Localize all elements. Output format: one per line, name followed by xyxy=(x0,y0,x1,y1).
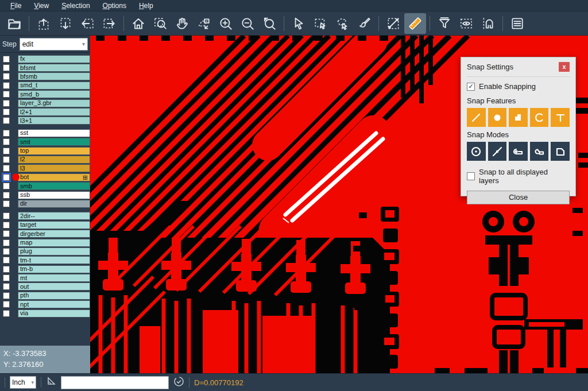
pan-right-icon[interactable] xyxy=(98,13,120,34)
layer-name-field[interactable]: npt xyxy=(18,300,90,308)
layer-visibility-checkbox[interactable] xyxy=(3,82,10,89)
layer-row-tm-t[interactable]: tm-t xyxy=(0,256,90,265)
layer-visibility-checkbox[interactable] xyxy=(3,301,10,308)
layer-visibility-checkbox[interactable] xyxy=(3,73,10,80)
layer-row-bfsmt[interactable]: bfsmt xyxy=(0,63,90,72)
layer-name-field[interactable]: sst xyxy=(18,129,90,137)
layer-visibility-checkbox[interactable] xyxy=(3,130,10,137)
layer-name-field[interactable]: top xyxy=(18,147,90,155)
layer-visibility-checkbox[interactable] xyxy=(3,56,10,63)
layer-name-field[interactable]: ssb xyxy=(18,191,90,199)
layer-visibility-checkbox[interactable] xyxy=(3,138,10,145)
layer-name-field[interactable]: mt xyxy=(18,274,90,282)
layer-name-field[interactable]: fx xyxy=(18,55,90,63)
layer-row-pth[interactable]: pth xyxy=(0,291,90,300)
measure-value-input[interactable] xyxy=(61,376,169,389)
layer-name-field[interactable]: plug xyxy=(18,247,90,255)
snap-pad-shape-icon[interactable] xyxy=(509,108,528,127)
layer-name-field[interactable]: smt xyxy=(18,138,90,146)
layer-visibility-checkbox[interactable] xyxy=(3,239,10,246)
layer-visibility-checkbox[interactable] xyxy=(3,222,10,229)
pan-down-icon[interactable] xyxy=(55,13,76,34)
snap-arc-icon[interactable] xyxy=(530,108,549,127)
layer-visibility-checkbox[interactable] xyxy=(3,310,10,317)
select-brush-icon[interactable] xyxy=(353,13,375,34)
layer-name-field[interactable]: out xyxy=(18,282,90,291)
layer-grid-icon[interactable]: ⊞ xyxy=(83,175,88,180)
snap-pad-round-icon[interactable] xyxy=(488,108,507,127)
layer-visibility-checkbox[interactable] xyxy=(3,100,10,107)
layer-name-field[interactable]: tm-b xyxy=(18,265,90,273)
layer-visibility-checkbox[interactable] xyxy=(3,165,10,172)
dialog-close-icon[interactable]: x xyxy=(559,62,570,72)
layer-visibility-checkbox[interactable] xyxy=(3,109,10,115)
layer-name-field[interactable]: bfsmt xyxy=(18,64,90,72)
layer-name-field[interactable]: tm-t xyxy=(18,256,90,264)
zoom-dynamic-icon[interactable] xyxy=(193,13,215,34)
snap-on-line-icon[interactable] xyxy=(488,142,507,161)
layer-row-target[interactable]: target xyxy=(0,220,90,229)
layer-row-l2+1[interactable]: l2+1 xyxy=(0,107,90,116)
report-panel-icon[interactable] xyxy=(506,13,528,34)
layer-row-via[interactable]: via xyxy=(0,309,90,318)
layer-visibility-checkbox[interactable] xyxy=(3,183,10,189)
layer-visibility-checkbox[interactable] xyxy=(3,91,10,98)
layer-visibility-checkbox[interactable] xyxy=(3,192,10,199)
layer-name-field[interactable]: target xyxy=(18,221,90,229)
menu-help[interactable]: Help xyxy=(133,1,159,11)
menu-selection[interactable]: Selection xyxy=(56,1,95,11)
filter-icon[interactable] xyxy=(434,13,455,34)
layer-row-smd_b[interactable]: smd_b xyxy=(0,90,90,99)
snap-line-icon[interactable] xyxy=(467,108,486,127)
layer-row-top[interactable]: top xyxy=(0,146,90,155)
layer-name-field[interactable]: dirgerber xyxy=(18,230,90,238)
layer-name-field[interactable]: bot⊞ xyxy=(18,173,90,181)
layer-row-smb[interactable]: smb xyxy=(0,181,90,190)
layer-row-sst[interactable]: sst xyxy=(0,129,90,137)
snap-pad-entry-icon[interactable] xyxy=(509,142,528,161)
pan-up-icon[interactable] xyxy=(33,13,55,34)
zoom-window-icon[interactable] xyxy=(149,13,171,34)
layer-visibility-checkbox[interactable] xyxy=(3,257,10,264)
layer-row-layer_3.gbr[interactable]: layer_3.gbr xyxy=(0,99,90,107)
layer-row-dir[interactable]: dir xyxy=(0,199,90,208)
close-button[interactable]: Close xyxy=(467,191,570,204)
open-folder-icon[interactable] xyxy=(3,13,25,34)
layer-row-dirgerber[interactable]: dirgerber xyxy=(0,229,90,238)
menu-options[interactable]: Options xyxy=(97,1,132,11)
layer-name-field[interactable]: via xyxy=(18,309,90,318)
zoom-previous-icon[interactable] xyxy=(258,13,280,34)
layer-name-field[interactable]: pth xyxy=(18,292,90,300)
layer-row-smt[interactable]: smt xyxy=(0,138,90,146)
dialog-title-bar[interactable]: Snap Settings x xyxy=(467,62,570,77)
layer-row-plug[interactable]: plug xyxy=(0,247,90,255)
layer-name-field[interactable]: layer_3.gbr xyxy=(18,99,90,107)
layer-row-ssb[interactable]: ssb xyxy=(0,191,90,199)
layer-visibility-checkbox[interactable] xyxy=(3,283,10,290)
snap-text-icon[interactable] xyxy=(551,108,570,127)
layer-visibility-checkbox[interactable] xyxy=(3,274,10,281)
layer-name-field[interactable]: 2dir-- xyxy=(18,212,90,220)
layer-visibility-checkbox[interactable] xyxy=(3,148,10,154)
menu-file[interactable]: File xyxy=(5,1,27,11)
layer-name-field[interactable]: smb xyxy=(18,182,90,190)
layer-name-field[interactable]: dir xyxy=(18,200,90,208)
layer-visibility-checkbox[interactable] xyxy=(3,212,10,219)
layer-name-field[interactable]: map xyxy=(18,239,90,247)
layer-row-tm-b[interactable]: tm-b xyxy=(0,265,90,273)
layer-name-field[interactable]: l2+1 xyxy=(18,108,90,116)
layer-name-field[interactable]: l3+1 xyxy=(18,117,90,125)
layer-row-2dir--[interactable]: 2dir-- xyxy=(0,212,90,220)
layer-row-map[interactable]: map xyxy=(0,238,90,247)
pan-hand-icon[interactable] xyxy=(171,13,193,34)
layer-visibility-checkbox[interactable] xyxy=(3,292,10,299)
layer-name-field[interactable]: smd_b xyxy=(18,90,90,98)
layer-visibility-checkbox[interactable] xyxy=(3,200,10,207)
units-select[interactable]: Inch ▾ xyxy=(10,376,36,389)
zoom-in-icon[interactable] xyxy=(215,13,237,34)
select-polygon-icon[interactable] xyxy=(331,13,353,34)
layer-visibility-checkbox[interactable] xyxy=(3,174,10,181)
layer-name-field[interactable]: l3 xyxy=(18,164,90,172)
layer-row-l2[interactable]: l2 xyxy=(0,155,90,164)
layer-visibility-checkbox[interactable] xyxy=(3,117,10,124)
